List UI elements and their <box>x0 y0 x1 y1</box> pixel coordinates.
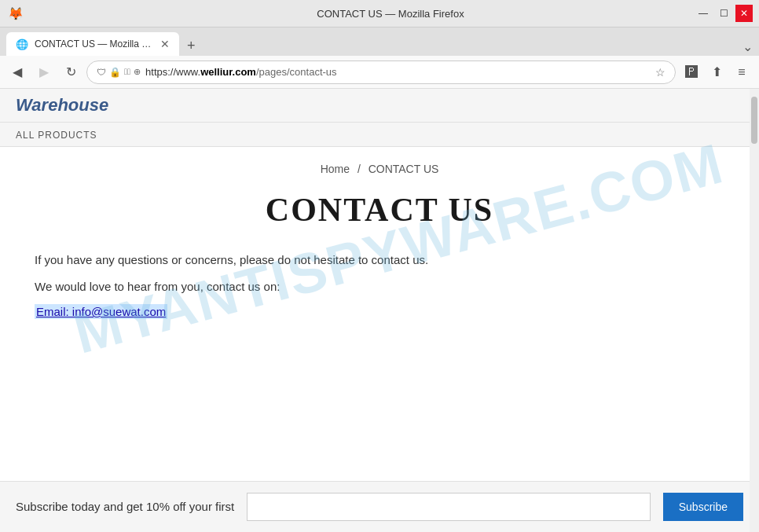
browser-title: CONTACT US — Mozilla Firefox <box>30 8 751 20</box>
more-button[interactable]: ≡ <box>731 61 753 83</box>
close-button[interactable]: ✕ <box>735 5 753 22</box>
address-bar: ◀ ▶ ↻ 🛡 🔒 ⊙⃝ ⊕ https://www.welliur.com/p… <box>0 56 759 89</box>
tab-title: CONTACT US — Mozilla Firefox <box>35 39 154 50</box>
new-tab-button[interactable]: + <box>181 38 202 54</box>
tab-menu-button[interactable]: ⌄ <box>742 39 753 54</box>
breadcrumb-separator: / <box>358 163 361 175</box>
subscribe-text: Subscribe today and get 10% off your fir… <box>16 499 234 515</box>
breadcrumb-current: CONTACT US <box>368 163 439 175</box>
forward-button[interactable]: ▶ <box>33 61 55 83</box>
share-button[interactable]: ⬆ <box>706 61 728 83</box>
site-logo: Warehouse <box>16 95 108 115</box>
site-content: Warehouse ALL PRODUCTS MYANTISPYWARE.COM… <box>0 89 759 532</box>
breadcrumb-home[interactable]: Home <box>321 163 350 175</box>
site-nav: Warehouse <box>0 89 759 123</box>
contact-email-link[interactable]: Email: info@suewat.com <box>35 304 167 319</box>
bookmark-icon[interactable]: ☆ <box>655 66 666 79</box>
active-tab[interactable]: 🌐 CONTACT US — Mozilla Firefox ✕ <box>6 32 179 56</box>
page-title: CONTACT US <box>31 191 728 229</box>
contact-paragraph-1: If you have any questions or concerns, p… <box>35 251 724 270</box>
url-domain: welliur.com <box>200 66 256 78</box>
site-subnav: ALL PRODUCTS <box>0 123 759 147</box>
extra-icon: ⊕ <box>134 67 141 78</box>
url-bar[interactable]: 🛡 🔒 ⊙⃝ ⊕ https://www.welliur.com/pages/c… <box>86 61 676 84</box>
scrollbar-thumb[interactable] <box>751 97 757 144</box>
back-button[interactable]: ◀ <box>6 61 28 83</box>
subscribe-bar: Subscribe today and get 10% off your fir… <box>0 481 759 532</box>
subscribe-input[interactable] <box>247 493 651 521</box>
subscribe-button[interactable]: Subscribe <box>663 493 743 521</box>
url-action-icons: ☆ <box>655 66 666 79</box>
window-controls: — ☐ ✕ <box>695 5 753 22</box>
lock-icon: 🔒 <box>109 67 121 78</box>
shield-icon: 🛡 <box>97 67 106 78</box>
camera-icon: ⊙⃝ <box>124 67 130 78</box>
url-security-icons: 🛡 🔒 ⊙⃝ ⊕ <box>97 67 141 78</box>
scrollbar[interactable] <box>750 89 759 532</box>
tab-close-button[interactable]: ✕ <box>160 38 170 50</box>
url-text: https://www.welliur.com/pages/contact-us <box>145 66 651 78</box>
contact-paragraph-2: We would love to hear from you, contact … <box>35 277 724 296</box>
maximize-button[interactable]: ☐ <box>715 5 732 22</box>
toolbar-icons: 🅿 ⬆ ≡ <box>680 61 753 83</box>
browser-titlebar: 🦊 CONTACT US — Mozilla Firefox — ☐ ✕ <box>0 0 759 28</box>
all-products-link[interactable]: ALL PRODUCTS <box>16 130 97 141</box>
url-path: /pages/contact-us <box>256 66 337 78</box>
firefox-icon: 🦊 <box>8 6 24 21</box>
tab-bar: 🌐 CONTACT US — Mozilla Firefox ✕ + ⌄ <box>0 28 759 56</box>
main-content: MYANTISPYWARE.COM Home / CONTACT US CONT… <box>0 147 759 335</box>
contact-body: If you have any questions or concerns, p… <box>31 251 728 319</box>
pocket-button[interactable]: 🅿 <box>680 61 702 83</box>
breadcrumb: Home / CONTACT US <box>31 163 728 175</box>
reload-button[interactable]: ↻ <box>60 61 82 83</box>
minimize-button[interactable]: — <box>695 5 712 22</box>
tab-favicon: 🌐 <box>16 39 28 50</box>
